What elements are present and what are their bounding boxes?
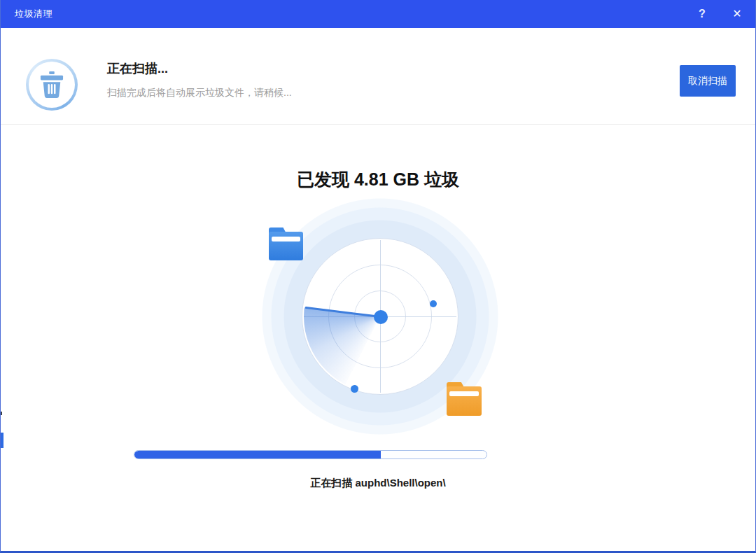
title-bar[interactable]: 垃圾清理 ? ✕ xyxy=(1,0,755,28)
trash-avatar-ring xyxy=(26,59,78,111)
radar-blip-bottom xyxy=(351,385,358,393)
cancel-scan-button[interactable]: 取消扫描 xyxy=(680,65,736,97)
scan-progress-fill xyxy=(134,451,381,458)
radar-center-dot xyxy=(374,310,388,324)
scan-progress-bar xyxy=(134,450,487,459)
close-icon[interactable]: ✕ xyxy=(730,7,744,21)
trash-avatar xyxy=(29,62,75,108)
scan-header: 正在扫描... 扫描完成后将自动展示垃圾文件，请稍候... 取消扫描 xyxy=(1,28,755,125)
blue-folder-stripe xyxy=(272,237,300,241)
orange-folder-stripe xyxy=(449,391,479,396)
help-icon[interactable]: ? xyxy=(695,7,709,21)
left-edge-artifact-blue xyxy=(1,433,4,448)
radar-scan-graphic xyxy=(261,197,499,435)
radar-blip-right xyxy=(430,300,437,307)
blue-folder-icon xyxy=(269,227,303,260)
left-edge-artifact-dark xyxy=(1,412,2,415)
titlebar-actions: ? ✕ xyxy=(695,7,744,21)
scan-status-title: 正在扫描... xyxy=(107,60,168,77)
radar-disc xyxy=(302,238,458,395)
orange-folder-icon xyxy=(447,382,482,416)
found-size-heading: 已发现 4.81 GB 垃圾 xyxy=(1,168,755,191)
junk-clean-window: 垃圾清理 ? ✕ xyxy=(0,0,756,553)
trash-icon xyxy=(40,71,64,98)
scanning-path-status: 正在扫描 auphd\Shell\open\ xyxy=(1,477,755,490)
window-title: 垃圾清理 xyxy=(15,8,52,20)
scan-status-subtitle: 扫描完成后将自动展示垃圾文件，请稍候... xyxy=(107,87,292,99)
